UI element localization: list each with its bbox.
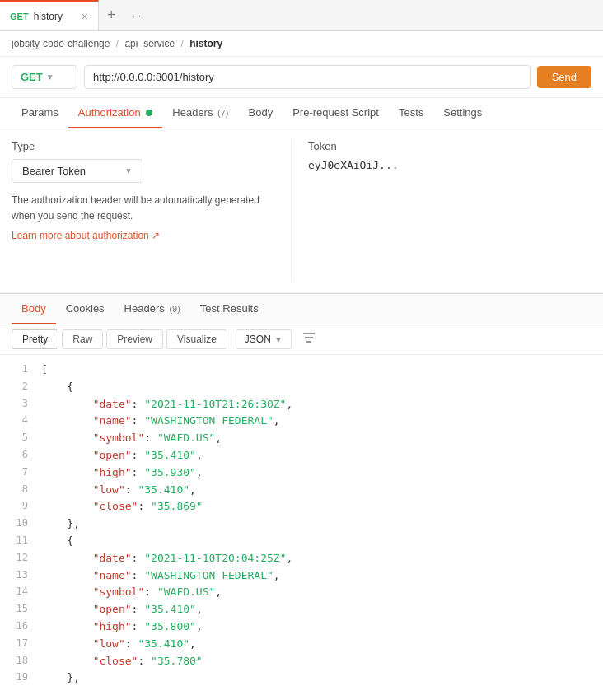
view-preview-button[interactable]: Preview [106, 329, 163, 349]
auth-right-panel: Token eyJ0eXAiOiJ... [292, 140, 591, 281]
res-tab-cookies[interactable]: Cookies [56, 294, 115, 324]
json-key: "name" [93, 569, 132, 581]
json-string: "WAFD.US" [157, 432, 215, 444]
tab-bar: GET history × + ··· [0, 0, 603, 31]
json-punct: : [144, 432, 157, 444]
method-arrow-icon: ▼ [46, 72, 54, 82]
json-punct [41, 398, 93, 410]
view-pretty-button[interactable]: Pretty [12, 329, 58, 349]
line-number: 9 [12, 498, 41, 514]
filter-icon[interactable] [302, 331, 316, 348]
line-content: "name": "WASHINGTON FEDERAL", [41, 413, 280, 430]
format-select[interactable]: JSON ▼ [236, 329, 292, 349]
line-content: "low": "35.410", [41, 636, 196, 653]
learn-more-link[interactable]: Learn more about authorization ↗ [12, 230, 160, 241]
json-line: 18 "close": "35.780" [12, 653, 591, 670]
bearer-arrow-icon: ▼ [124, 166, 133, 175]
line-number: 14 [12, 584, 41, 600]
response-tabs: Body Cookies Headers (9) Test Results [0, 293, 603, 324]
json-punct: : [138, 655, 151, 667]
json-key: "high" [93, 466, 132, 478]
line-number: 2 [12, 379, 41, 394]
bearer-label: Bearer Token [22, 165, 86, 177]
json-punct: , [196, 603, 203, 615]
breadcrumb-part-2[interactable]: api_service [124, 38, 175, 49]
json-key: "open" [93, 603, 132, 615]
format-label: JSON [245, 334, 271, 345]
json-string: "35.410" [144, 449, 196, 461]
json-string: "35.869" [151, 500, 203, 512]
res-tab-test-results[interactable]: Test Results [190, 294, 269, 324]
new-tab-button[interactable]: + [99, 7, 124, 24]
json-key: "high" [93, 620, 132, 632]
tab-tests[interactable]: Tests [389, 98, 433, 128]
view-visualize-button[interactable]: Visualize [166, 329, 227, 349]
send-button[interactable]: Send [537, 66, 591, 88]
json-punct: , [286, 552, 292, 564]
res-tab-body[interactable]: Body [12, 294, 56, 324]
line-number: 5 [12, 430, 41, 446]
tab-body[interactable]: Body [239, 98, 283, 128]
line-content: "symbol": "WAFD.US", [41, 430, 222, 447]
tab-authorization[interactable]: Authorization [68, 98, 163, 128]
tab-settings[interactable]: Settings [433, 98, 492, 128]
tab-headers[interactable]: Headers (7) [162, 98, 238, 128]
json-line: 7 "high": "35.930", [12, 464, 591, 482]
body-toolbar: Pretty Raw Preview Visualize JSON ▼ [0, 324, 603, 355]
json-punct: : [132, 414, 145, 427]
line-number: 13 [12, 567, 41, 583]
request-tabs: Params Authorization Headers (7) Body Pr… [0, 98, 603, 128]
json-punct [41, 466, 93, 478]
line-number: 11 [12, 533, 41, 548]
json-punct: : [132, 603, 145, 615]
line-content: "high": "35.930", [41, 464, 203, 482]
line-content: [ [41, 362, 48, 379]
line-content: "close": "35.869" [41, 498, 203, 516]
json-string: "WASHINGTON FEDERAL" [144, 569, 273, 581]
line-content: "date": "2021-11-10T21:26:30Z", [41, 396, 292, 413]
line-number: 12 [12, 550, 41, 566]
tab-close-icon[interactable]: × [82, 10, 88, 23]
url-input[interactable] [84, 65, 531, 89]
json-punct [41, 569, 93, 581]
res-tab-headers[interactable]: Headers (9) [115, 294, 190, 324]
json-punct [41, 483, 93, 496]
json-string: "35.410" [138, 483, 189, 496]
bearer-type-select[interactable]: Bearer Token ▼ [12, 159, 143, 183]
json-key: "low" [93, 637, 125, 650]
json-string: "35.800" [144, 620, 196, 632]
type-label: Type [12, 140, 274, 152]
json-key: "open" [93, 449, 132, 461]
breadcrumb-sep-1: / [116, 38, 119, 49]
view-raw-button[interactable]: Raw [62, 329, 103, 349]
json-punct: : [132, 569, 145, 581]
json-line: 19 }, [12, 670, 591, 687]
line-number: 15 [12, 601, 41, 617]
json-line: 5 "symbol": "WAFD.US", [12, 430, 591, 447]
json-bracket: [ [41, 363, 48, 376]
json-key: "date" [93, 552, 132, 564]
tab-history[interactable]: GET history × [0, 0, 99, 30]
more-tabs-button[interactable]: ··· [124, 9, 150, 21]
json-punct: : [138, 500, 151, 512]
json-punct: : [132, 552, 145, 564]
tab-params[interactable]: Params [12, 98, 68, 128]
json-line: 8 "low": "35.410", [12, 482, 591, 499]
breadcrumb-part-1[interactable]: jobsity-code-challenge [12, 38, 110, 49]
line-content: "open": "35.410", [41, 601, 203, 618]
json-line: 13 "name": "WASHINGTON FEDERAL", [12, 567, 591, 585]
line-number: 18 [12, 653, 41, 669]
json-punct: : [125, 637, 138, 650]
json-line: 11 { [12, 533, 591, 550]
line-number: 4 [12, 413, 41, 428]
tab-pre-request-script[interactable]: Pre-request Script [283, 98, 389, 128]
json-key: "low" [93, 483, 125, 496]
json-line: 3 "date": "2021-11-10T21:26:30Z", [12, 396, 591, 413]
url-bar: GET ▼ Send [0, 57, 603, 98]
method-select[interactable]: GET ▼ [12, 65, 77, 89]
json-punct: , [273, 569, 280, 581]
json-punct: : [125, 483, 138, 496]
token-value[interactable]: eyJ0eXAiOiJ... [308, 159, 591, 171]
json-line: 12 "date": "2021-11-10T20:04:25Z", [12, 550, 591, 567]
json-bracket: { [41, 534, 73, 547]
